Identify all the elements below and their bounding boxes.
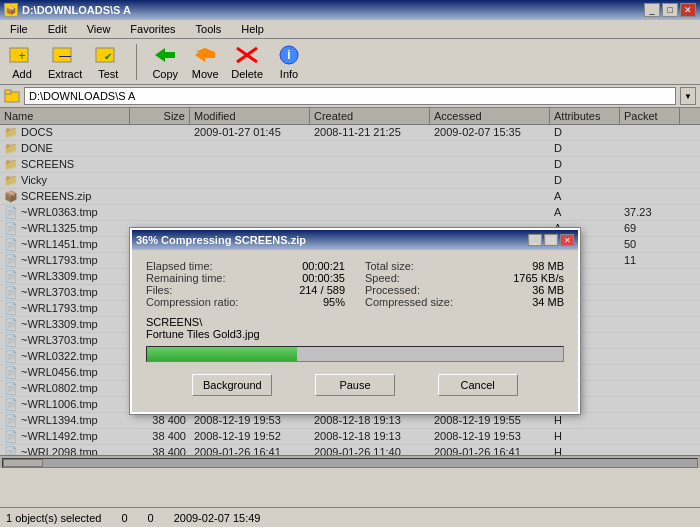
status-compressed: 0 <box>148 512 154 524</box>
speed-row: Speed: 1765 KB/s <box>365 272 564 284</box>
right-info: Total size: 98 MB Speed: 1765 KB/s Proce… <box>365 260 564 308</box>
dialog-title: 36% Compressing SCREENS.zip <box>136 234 306 246</box>
delete-icon <box>233 43 261 67</box>
move-icon <box>191 43 219 67</box>
title-bar: 📦 D:\DOWNLOADS\S A _ □ ✕ <box>0 0 700 20</box>
address-input[interactable] <box>24 87 676 105</box>
app-icon: 📦 <box>4 3 18 17</box>
speed-value: 1765 KB/s <box>513 272 564 284</box>
test-icon: ✔ <box>94 43 122 67</box>
progress-dialog: 36% Compressing SCREENS.zip _ □ ✕ Elapse… <box>130 228 580 414</box>
progress-bar-container <box>146 346 564 362</box>
menu-help[interactable]: Help <box>235 22 270 36</box>
dialog-buttons: Background Pause Cancel <box>146 368 564 402</box>
info-icon: i <box>275 43 303 67</box>
dialog-title-buttons[interactable]: _ □ ✕ <box>528 234 574 246</box>
remaining-value: 00:00:35 <box>302 272 345 284</box>
total-size-row: Total size: 98 MB <box>365 260 564 272</box>
svg-text:—: — <box>59 49 71 63</box>
add-button[interactable]: + Add <box>8 43 36 80</box>
status-datetime: 2009-02-07 15:49 <box>174 512 261 524</box>
dialog-content: Elapsed time: 00:00:21 Remaining time: 0… <box>132 250 578 412</box>
svg-rect-14 <box>5 90 11 94</box>
title-bar-left: 📦 D:\DOWNLOADS\S A <box>4 3 131 17</box>
title-bar-buttons[interactable]: _ □ ✕ <box>644 3 696 17</box>
extract-icon: — <box>51 43 79 67</box>
current-file-section: SCREENS\ Fortune Tiles Gold3.jpg <box>146 316 564 340</box>
files-value: 214 / 589 <box>299 284 345 296</box>
modal-overlay: 36% Compressing SCREENS.zip _ □ ✕ Elapse… <box>0 108 700 468</box>
test-button[interactable]: ✔ Test <box>94 43 122 80</box>
compression-row: Compression ratio: 95% <box>146 296 345 308</box>
address-label <box>4 89 20 103</box>
svg-marker-6 <box>155 48 175 62</box>
info-grid: Elapsed time: 00:00:21 Remaining time: 0… <box>146 260 564 308</box>
compressed-size-row: Compressed size: 34 MB <box>365 296 564 308</box>
extract-button[interactable]: — Extract <box>48 43 82 80</box>
close-button[interactable]: ✕ <box>680 3 696 17</box>
info-button[interactable]: i Info <box>275 43 303 80</box>
total-size-label: Total size: <box>365 260 414 272</box>
pause-button[interactable]: Pause <box>315 374 395 396</box>
status-selected: 1 object(s) selected <box>6 512 101 524</box>
maximize-button[interactable]: □ <box>662 3 678 17</box>
dialog-close-button[interactable]: ✕ <box>560 234 574 246</box>
add-icon: + <box>8 43 36 67</box>
processed-row: Processed: 36 MB <box>365 284 564 296</box>
processed-value: 36 MB <box>532 284 564 296</box>
background-button[interactable]: Background <box>192 374 272 396</box>
menu-file[interactable]: File <box>4 22 34 36</box>
menu-favorites[interactable]: Favorites <box>124 22 181 36</box>
compressed-size-label: Compressed size: <box>365 296 453 308</box>
total-size-value: 98 MB <box>532 260 564 272</box>
menu-edit[interactable]: Edit <box>42 22 73 36</box>
current-folder: SCREENS\ <box>146 316 564 328</box>
window-title: D:\DOWNLOADS\S A <box>22 4 131 16</box>
toolbar-separator <box>136 44 137 80</box>
remaining-row: Remaining time: 00:00:35 <box>146 272 345 284</box>
dialog-title-bar: 36% Compressing SCREENS.zip _ □ ✕ <box>132 230 578 250</box>
menu-bar: File Edit View Favorites Tools Help <box>0 20 700 39</box>
svg-marker-8 <box>195 48 215 62</box>
copy-button[interactable]: Copy <box>151 43 179 80</box>
toolbar: + Add — Extract ✔ Test Copy <box>0 39 700 85</box>
menu-view[interactable]: View <box>81 22 117 36</box>
processed-label: Processed: <box>365 284 420 296</box>
elapsed-row: Elapsed time: 00:00:21 <box>146 260 345 272</box>
compressed-size-value: 34 MB <box>532 296 564 308</box>
current-file: Fortune Tiles Gold3.jpg <box>146 328 564 340</box>
dialog-minimize-button[interactable]: _ <box>528 234 542 246</box>
status-bar: 1 object(s) selected 0 0 2009-02-07 15:4… <box>0 507 700 527</box>
address-bar: ▼ <box>0 85 700 108</box>
compression-value: 95% <box>323 296 345 308</box>
file-list-container: Name Size Modified Created Accessed Attr… <box>0 108 700 468</box>
copy-icon <box>151 43 179 67</box>
elapsed-label: Elapsed time: <box>146 260 213 272</box>
menu-tools[interactable]: Tools <box>190 22 228 36</box>
move-button[interactable]: Move <box>191 43 219 80</box>
progress-bar-fill <box>147 347 297 361</box>
remaining-label: Remaining time: <box>146 272 225 284</box>
speed-label: Speed: <box>365 272 400 284</box>
files-label: Files: <box>146 284 172 296</box>
minimize-button[interactable]: _ <box>644 3 660 17</box>
status-size: 0 <box>121 512 127 524</box>
cancel-button[interactable]: Cancel <box>438 374 518 396</box>
svg-text:+: + <box>18 49 25 63</box>
compression-label: Compression ratio: <box>146 296 238 308</box>
elapsed-value: 00:00:21 <box>302 260 345 272</box>
address-dropdown[interactable]: ▼ <box>680 87 696 105</box>
dialog-restore-button[interactable]: □ <box>544 234 558 246</box>
delete-button[interactable]: Delete <box>231 43 263 80</box>
svg-text:✔: ✔ <box>104 51 112 62</box>
left-info: Elapsed time: 00:00:21 Remaining time: 0… <box>146 260 345 308</box>
files-row: Files: 214 / 589 <box>146 284 345 296</box>
svg-text:i: i <box>287 48 290 62</box>
